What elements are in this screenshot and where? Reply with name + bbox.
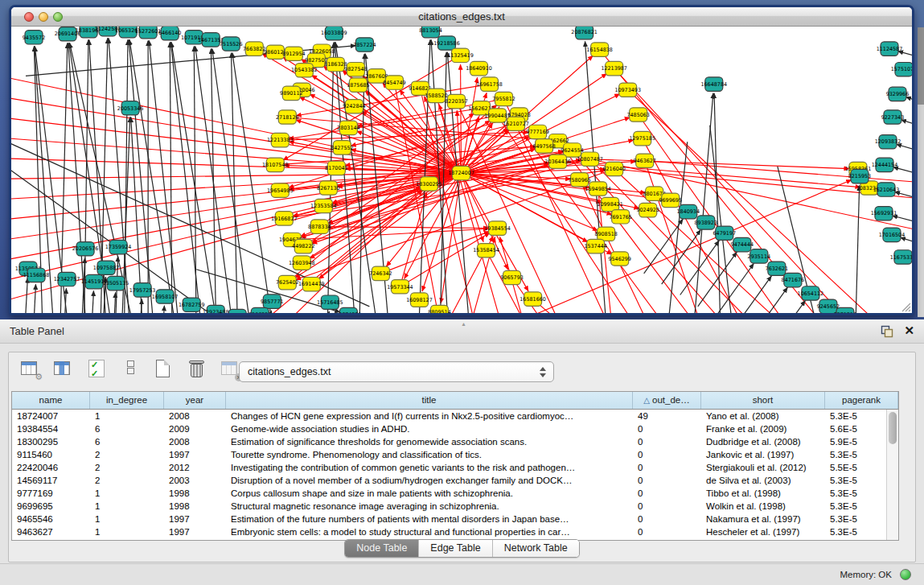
network-node-label: 20876821: [571, 29, 598, 35]
network-node-label: 8813054: [419, 27, 441, 34]
network-node-label: 8215953: [848, 173, 871, 179]
network-node-label: 19166827: [271, 216, 298, 222]
tab-edge-table[interactable]: Edge Table: [419, 540, 492, 557]
network-edge[interactable]: [898, 51, 912, 61]
status-bar: Memory: OK: [0, 563, 924, 585]
column-header-in_degree[interactable]: in_degree: [90, 392, 164, 409]
table-row[interactable]: 2242004622012Investigating the contribut…: [12, 461, 898, 474]
network-window-titlebar[interactable]: citations_edges.txt: [11, 7, 912, 27]
scrollbar-thumb[interactable]: [889, 412, 897, 444]
network-edge[interactable]: [161, 306, 164, 313]
table-cell: 1: [90, 500, 164, 513]
memory-ok-indicator[interactable]: [900, 569, 911, 580]
network-edge[interactable]: [766, 301, 806, 313]
table-cell: Corpus callosum shape and size in male p…: [226, 487, 633, 500]
network-edge[interactable]: [32, 284, 35, 313]
network-edge[interactable]: [113, 292, 116, 313]
table-cell: Disruption of a novel member of a sodium…: [226, 474, 633, 487]
column-header-name[interactable]: name: [12, 392, 90, 409]
column-header-year[interactable]: year: [164, 392, 226, 409]
background-panel-sliver-2: [918, 105, 924, 317]
network-edge[interactable]: [170, 42, 172, 313]
table-row[interactable]: 1456911722003Disruption of a novel membe…: [12, 474, 898, 487]
column-header-pagerank[interactable]: pagerank: [825, 392, 898, 409]
table-row[interactable]: 946362711997Embryonic stem cells: a mode…: [12, 525, 898, 538]
network-edge[interactable]: [170, 42, 204, 313]
table-panel: Table Panel ▴ ✕ ⚙ ✓✓: [0, 319, 924, 585]
network-edge[interactable]: [901, 237, 912, 248]
network-edge[interactable]: [437, 180, 851, 313]
network-edge[interactable]: [420, 89, 482, 313]
network-edge[interactable]: [90, 290, 93, 313]
network-node-label: 1537444: [584, 243, 606, 249]
network-edge[interactable]: [325, 311, 329, 313]
network-edge[interactable]: [714, 93, 721, 313]
network-edge[interactable]: [893, 167, 912, 179]
network-node-label: 9827548: [344, 66, 367, 72]
network-edge[interactable]: [906, 97, 912, 106]
table-row[interactable]: 1830029562008Estimation of significance …: [12, 435, 898, 448]
drag-handle-icon[interactable]: ▴: [462, 322, 472, 326]
network-node-label: 20053346: [117, 105, 144, 111]
network-node-label: 8906293: [248, 311, 271, 313]
table-row[interactable]: 969969511998Structural magnetic resonanc…: [12, 500, 898, 513]
network-edge[interactable]: [211, 49, 216, 313]
column-header-short[interactable]: short: [701, 392, 825, 409]
table-row[interactable]: 977716911998Corpus callosum shape and si…: [12, 487, 898, 500]
network-edge[interactable]: [901, 120, 912, 130]
network-edge[interactable]: [461, 64, 462, 173]
network-node-label: 9242844: [343, 103, 365, 109]
network-edge[interactable]: [171, 42, 222, 313]
tab-node-table[interactable]: Node Table: [345, 540, 419, 557]
table-mode-icon[interactable]: ⚙: [20, 359, 41, 380]
network-edge[interactable]: [232, 53, 239, 313]
network-node-label: 8427552: [331, 145, 353, 151]
column-selection-icon[interactable]: ✓✓: [87, 359, 108, 380]
tab-network-table[interactable]: Network Table: [493, 540, 579, 557]
delete-column-icon[interactable]: [187, 359, 207, 380]
table-cell: 6: [90, 435, 164, 448]
network-edge[interactable]: [644, 219, 684, 274]
network-edge[interactable]: [698, 252, 737, 307]
table-cell: Investigating the contribution of common…: [226, 461, 633, 474]
network-node-label: 12353584: [310, 203, 337, 209]
network-node-label: 8170041: [325, 165, 347, 171]
column-header-title[interactable]: title: [226, 392, 633, 409]
application-window: citations_edges.txt 18724007943557220691…: [0, 0, 924, 585]
network-edge[interactable]: [11, 138, 461, 173]
table-selector-dropdown[interactable]: citations_edges.txt: [239, 361, 554, 382]
network-edge[interactable]: [897, 144, 912, 154]
network-node-label: 9065793: [500, 274, 523, 281]
network-edge[interactable]: [138, 299, 142, 313]
network-canvas[interactable]: 1872400794355722069140618381962112425801…: [11, 27, 912, 313]
table-cell: 9699695: [12, 500, 90, 513]
network-node-label: 7625402: [276, 279, 298, 286]
table-cell: 0: [633, 525, 701, 538]
network-graph[interactable]: 1872400794355722069140618381962112425801…: [11, 27, 912, 313]
network-edge[interactable]: [232, 53, 277, 313]
network-node-label: 20364436: [544, 159, 571, 165]
create-column-icon[interactable]: [154, 359, 175, 380]
network-edge[interactable]: [733, 276, 772, 313]
table-scrollbar[interactable]: [886, 410, 898, 540]
row-options-icon[interactable]: [120, 359, 141, 380]
table-row[interactable]: 1938455462009Genome-wide association stu…: [12, 422, 898, 435]
column-visibility-icon[interactable]: [53, 359, 74, 380]
table-cell: 2: [90, 474, 164, 487]
network-node-label: 13505135: [103, 280, 129, 286]
network-edge[interactable]: [212, 49, 255, 313]
table-cell: 9465546: [12, 513, 90, 525]
table-cell: 0: [633, 422, 701, 435]
table-row[interactable]: 946554611997Estimation of the future num…: [12, 513, 898, 525]
network-edge[interactable]: [855, 185, 860, 313]
table-cell: 1997: [164, 513, 226, 525]
table-row[interactable]: 911546021997Tourette syndrome. Phenomeno…: [12, 448, 898, 461]
close-panel-icon[interactable]: ✕: [904, 323, 914, 338]
table-row[interactable]: 1872400712008Changes of HCN gene express…: [12, 410, 898, 422]
network-node-label: 8809514: [428, 309, 450, 313]
table-cell: 1: [90, 487, 164, 500]
resize-grip-icon[interactable]: [900, 301, 911, 312]
column-header-out_de[interactable]: △out_de…: [633, 392, 701, 409]
table-cell: Stergiakouli et al. (2012): [701, 461, 825, 474]
float-panel-icon[interactable]: [881, 325, 893, 338]
